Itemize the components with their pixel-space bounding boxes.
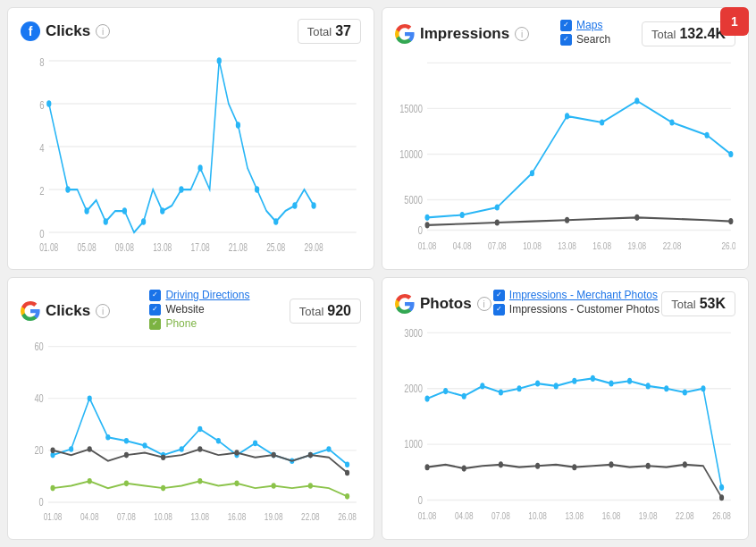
fb-clicks-chart: 0 2 4 6 8 bbox=[21, 47, 361, 262]
svg-text:07.08: 07.08 bbox=[117, 511, 136, 522]
svg-point-76 bbox=[88, 395, 92, 401]
svg-point-131 bbox=[517, 385, 521, 391]
driving-label[interactable]: Driving Directions bbox=[165, 289, 249, 301]
svg-text:01.08: 01.08 bbox=[418, 510, 437, 522]
website-checkbox[interactable] bbox=[149, 304, 161, 316]
svg-point-139 bbox=[664, 385, 668, 391]
maps-checkbox[interactable] bbox=[560, 20, 572, 31]
svg-text:1000: 1000 bbox=[404, 438, 423, 450]
website-label: Website bbox=[165, 303, 204, 316]
info-icon-fb[interactable]: i bbox=[96, 24, 110, 38]
photos-total-box: Total 53K bbox=[661, 291, 735, 316]
svg-text:0: 0 bbox=[418, 223, 423, 236]
svg-point-147 bbox=[572, 464, 576, 470]
svg-point-77 bbox=[105, 434, 110, 441]
svg-point-142 bbox=[719, 484, 724, 491]
svg-text:13.08: 13.08 bbox=[190, 511, 209, 522]
svg-point-18 bbox=[197, 164, 202, 172]
svg-point-47 bbox=[600, 119, 604, 125]
info-icon-impressions[interactable]: i bbox=[515, 27, 529, 41]
svg-point-129 bbox=[480, 383, 484, 389]
merchant-photos-label[interactable]: Impressions - Merchant Photos bbox=[509, 289, 658, 301]
svg-text:0: 0 bbox=[39, 226, 45, 240]
photos-title: Photos bbox=[420, 295, 472, 313]
svg-point-146 bbox=[535, 463, 540, 469]
maps-label[interactable]: Maps bbox=[576, 19, 602, 31]
svg-point-148 bbox=[609, 461, 613, 467]
svg-point-126 bbox=[424, 396, 429, 402]
svg-text:16.08: 16.08 bbox=[592, 240, 611, 252]
svg-point-22 bbox=[273, 218, 278, 225]
svg-point-102 bbox=[124, 481, 129, 487]
svg-point-20 bbox=[236, 122, 240, 129]
svg-point-51 bbox=[728, 151, 733, 157]
driving-checkbox[interactable] bbox=[149, 290, 161, 301]
photos-total-label: Total bbox=[671, 298, 695, 311]
svg-text:19.08: 19.08 bbox=[639, 510, 658, 522]
svg-text:5000: 5000 bbox=[404, 193, 423, 206]
impressions-chart: 0 5000 10000 15000 bbox=[395, 53, 735, 262]
customer-photos-label: Impressions - Customer Photos bbox=[509, 303, 659, 316]
svg-point-99 bbox=[345, 470, 349, 476]
svg-text:6: 6 bbox=[39, 97, 44, 111]
impressions-total-value: 132.4K bbox=[679, 26, 726, 42]
svg-text:13.08: 13.08 bbox=[565, 510, 584, 522]
merchant-photos-checkbox[interactable] bbox=[493, 290, 505, 301]
svg-point-17 bbox=[179, 186, 183, 193]
svg-text:22.08: 22.08 bbox=[676, 510, 694, 522]
svg-text:09.08: 09.08 bbox=[115, 242, 134, 254]
svg-point-24 bbox=[311, 202, 315, 209]
svg-point-54 bbox=[565, 217, 569, 223]
svg-point-50 bbox=[705, 132, 710, 139]
card-google-clicks: Clicks i Driving Directions Website Pho bbox=[7, 277, 374, 540]
svg-point-16 bbox=[160, 207, 164, 215]
legend-customer-photos: Impressions - Customer Photos bbox=[493, 303, 659, 316]
phone-checkbox[interactable] bbox=[149, 318, 161, 330]
google-clicks-title-row: Clicks i bbox=[21, 301, 110, 321]
svg-text:0: 0 bbox=[39, 496, 44, 508]
svg-text:04.08: 04.08 bbox=[80, 511, 99, 522]
svg-text:20: 20 bbox=[34, 444, 43, 456]
svg-point-23 bbox=[292, 202, 297, 209]
photos-title-row: Photos i bbox=[395, 294, 491, 314]
svg-point-78 bbox=[124, 438, 129, 444]
svg-point-94 bbox=[161, 454, 165, 460]
svg-text:07.08: 07.08 bbox=[491, 510, 510, 522]
google-clicks-header: Clicks i Driving Directions Website Pho bbox=[21, 289, 361, 333]
svg-point-15 bbox=[141, 218, 146, 225]
svg-point-137 bbox=[627, 378, 632, 384]
photos-chart: 0 1000 2000 3000 bbox=[395, 323, 735, 532]
svg-point-55 bbox=[634, 215, 639, 221]
svg-point-43 bbox=[460, 212, 465, 218]
svg-text:10000: 10000 bbox=[399, 147, 423, 160]
svg-point-52 bbox=[424, 222, 429, 228]
svg-point-82 bbox=[197, 426, 202, 433]
customer-photos-checkbox[interactable] bbox=[493, 304, 505, 316]
notification-badge[interactable]: 1 bbox=[720, 7, 749, 36]
search-checkbox[interactable] bbox=[560, 34, 572, 46]
svg-text:01.08: 01.08 bbox=[39, 242, 58, 254]
svg-point-135 bbox=[591, 375, 595, 382]
svg-point-90 bbox=[345, 461, 349, 467]
svg-text:29.08: 29.08 bbox=[304, 242, 323, 254]
svg-point-128 bbox=[462, 393, 466, 400]
photos-legend: Impressions - Merchant Photos Impression… bbox=[493, 289, 659, 316]
svg-point-11 bbox=[65, 186, 70, 193]
svg-point-134 bbox=[572, 378, 576, 384]
legend-search: Search bbox=[560, 33, 610, 46]
svg-text:07.08: 07.08 bbox=[488, 240, 507, 252]
phone-label[interactable]: Phone bbox=[165, 317, 197, 330]
google-icon-clicks bbox=[21, 301, 40, 321]
svg-point-103 bbox=[161, 485, 165, 492]
svg-text:04.08: 04.08 bbox=[453, 240, 472, 252]
svg-text:05.08: 05.08 bbox=[77, 242, 96, 254]
info-icon-google-clicks[interactable]: i bbox=[96, 304, 110, 318]
svg-point-98 bbox=[308, 452, 313, 459]
fb-clicks-title: Clicks bbox=[46, 22, 90, 40]
info-icon-photos[interactable]: i bbox=[477, 297, 491, 311]
svg-point-100 bbox=[50, 485, 55, 492]
google-clicks-total-label: Total bbox=[299, 305, 323, 318]
svg-text:4: 4 bbox=[39, 140, 45, 154]
svg-point-79 bbox=[142, 442, 147, 449]
svg-point-96 bbox=[234, 450, 239, 456]
